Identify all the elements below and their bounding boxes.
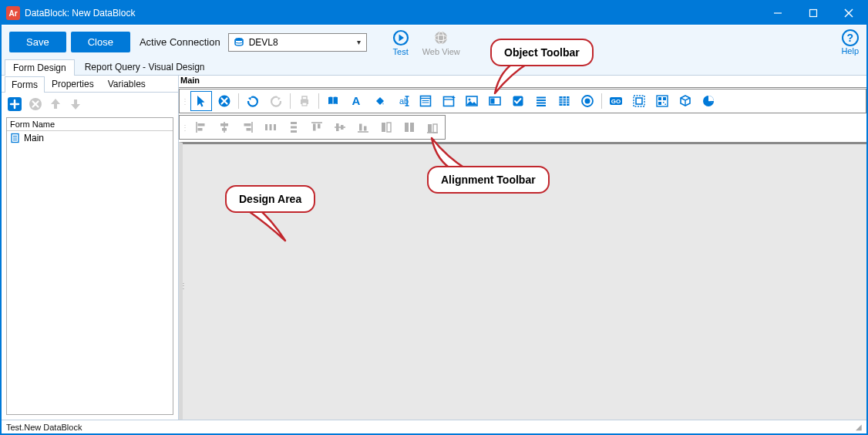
svg-rect-15 bbox=[302, 96, 307, 99]
tool-redo[interactable] bbox=[265, 91, 287, 111]
callout-alignment-toolbar: Alignment Toolbar bbox=[427, 166, 550, 194]
tool-print[interactable] bbox=[294, 91, 315, 111]
status-bar: Test.New DataBlock ◢ bbox=[2, 420, 866, 433]
svg-rect-56 bbox=[665, 104, 667, 106]
left-pane: Forms Properties Variables Form Name bbox=[2, 76, 179, 420]
app-icon: Ar bbox=[6, 6, 20, 20]
move-down-button[interactable] bbox=[68, 96, 83, 112]
svg-rect-78 bbox=[341, 125, 344, 130]
svg-rect-75 bbox=[318, 124, 321, 129]
move-up-button[interactable] bbox=[48, 96, 63, 112]
svg-rect-85 bbox=[410, 123, 414, 132]
chevron-down-icon: ▾ bbox=[352, 38, 366, 46]
tool-pie[interactable] bbox=[698, 91, 719, 111]
tool-go[interactable]: GO bbox=[605, 91, 627, 111]
form-list-header: Form Name bbox=[7, 118, 173, 131]
tool-book[interactable] bbox=[322, 91, 344, 111]
svg-rect-60 bbox=[198, 128, 203, 131]
svg-rect-54 bbox=[658, 102, 661, 105]
svg-point-7 bbox=[435, 32, 447, 44]
tool-pointer[interactable] bbox=[190, 91, 212, 111]
connection-dropdown[interactable]: DEVL8 ▾ bbox=[228, 33, 367, 52]
help-icon: ? bbox=[842, 29, 859, 46]
help-label: Help bbox=[841, 46, 859, 56]
play-icon bbox=[392, 29, 410, 47]
tool-cancel[interactable] bbox=[214, 91, 235, 111]
svg-rect-77 bbox=[336, 123, 339, 131]
form-list: Form Name Main bbox=[6, 117, 173, 415]
subtab-forms[interactable]: Forms bbox=[5, 76, 45, 93]
subtab-properties[interactable]: Properties bbox=[45, 76, 101, 92]
tab-form-design[interactable]: Form Design bbox=[5, 59, 75, 76]
distribute-v-button[interactable] bbox=[283, 117, 304, 137]
svg-rect-82 bbox=[382, 123, 385, 132]
design-pane: Main ⋮ bbox=[179, 76, 866, 420]
tool-cube[interactable] bbox=[675, 91, 696, 111]
svg-rect-59 bbox=[198, 123, 205, 126]
svg-text:A: A bbox=[352, 94, 361, 107]
svg-rect-50 bbox=[636, 98, 642, 104]
svg-rect-80 bbox=[359, 124, 362, 131]
svg-rect-74 bbox=[313, 124, 316, 131]
same-width-button[interactable] bbox=[375, 117, 397, 137]
tool-fill[interactable] bbox=[368, 91, 390, 111]
svg-rect-53 bbox=[663, 97, 666, 100]
svg-rect-68 bbox=[270, 124, 272, 130]
svg-rect-62 bbox=[220, 123, 228, 126]
tool-image[interactable] bbox=[461, 91, 483, 111]
globe-icon bbox=[432, 29, 450, 47]
align-bottom-button[interactable] bbox=[352, 117, 374, 137]
tool-group[interactable] bbox=[628, 91, 650, 111]
resize-grip[interactable]: ◢ bbox=[856, 423, 862, 431]
save-button[interactable]: Save bbox=[9, 32, 66, 52]
main-tabs: Form Design Report Query - Visual Design bbox=[2, 59, 866, 76]
window-title: DataBlock: New DataBlock bbox=[25, 8, 135, 19]
svg-rect-72 bbox=[291, 130, 297, 133]
distribute-h-button[interactable] bbox=[260, 117, 281, 137]
remove-form-button[interactable] bbox=[28, 96, 43, 112]
close-window-button[interactable] bbox=[831, 2, 866, 25]
svg-point-46 bbox=[585, 99, 590, 104]
web-view-button[interactable]: Web View bbox=[422, 29, 460, 56]
status-text: Test.New DataBlock bbox=[6, 423, 82, 432]
form-icon bbox=[10, 133, 21, 143]
test-button[interactable]: Test bbox=[392, 29, 410, 56]
svg-rect-49 bbox=[634, 96, 644, 106]
svg-text:GO: GO bbox=[611, 98, 621, 105]
align-left-button[interactable] bbox=[190, 117, 212, 137]
svg-rect-70 bbox=[291, 122, 297, 124]
tool-date[interactable]: + bbox=[438, 91, 459, 111]
database-icon bbox=[234, 37, 244, 48]
tool-grid[interactable] bbox=[553, 91, 575, 111]
tool-form[interactable] bbox=[415, 91, 436, 111]
svg-rect-86 bbox=[428, 124, 432, 133]
titlebar: Ar DataBlock: New DataBlock bbox=[2, 2, 866, 25]
tool-barcode[interactable] bbox=[651, 91, 673, 111]
tool-text[interactable]: A bbox=[345, 91, 367, 111]
maximize-button[interactable] bbox=[796, 2, 831, 25]
form-item[interactable]: Main bbox=[7, 131, 173, 145]
forms-toolbar bbox=[2, 93, 178, 116]
content-area: Forms Properties Variables Form Name bbox=[2, 76, 866, 420]
left-subtabs: Forms Properties Variables bbox=[2, 76, 178, 93]
svg-rect-16 bbox=[302, 103, 307, 106]
svg-rect-81 bbox=[364, 126, 367, 131]
tool-textfield[interactable]: ab bbox=[392, 91, 413, 111]
help-button[interactable]: ? Help bbox=[841, 29, 859, 56]
align-center-h-button[interactable] bbox=[214, 117, 235, 137]
same-height-button[interactable] bbox=[399, 117, 420, 137]
align-right-button[interactable] bbox=[237, 117, 258, 137]
svg-rect-33 bbox=[491, 99, 495, 104]
tab-report-query[interactable]: Report Query - Visual Design bbox=[76, 59, 214, 75]
callout-design-area: Design Area bbox=[225, 185, 315, 213]
form-item-label: Main bbox=[24, 133, 44, 143]
align-top-button[interactable] bbox=[306, 117, 328, 137]
tool-undo[interactable] bbox=[242, 91, 264, 111]
tool-radio[interactable] bbox=[577, 91, 598, 111]
add-form-button[interactable] bbox=[6, 96, 23, 113]
align-middle-button[interactable] bbox=[329, 117, 351, 137]
subtab-variables[interactable]: Variables bbox=[101, 76, 153, 92]
minimize-button[interactable] bbox=[760, 2, 796, 25]
callout-object-toolbar: Object Toolbar bbox=[490, 39, 594, 66]
close-button[interactable]: Close bbox=[71, 32, 130, 52]
